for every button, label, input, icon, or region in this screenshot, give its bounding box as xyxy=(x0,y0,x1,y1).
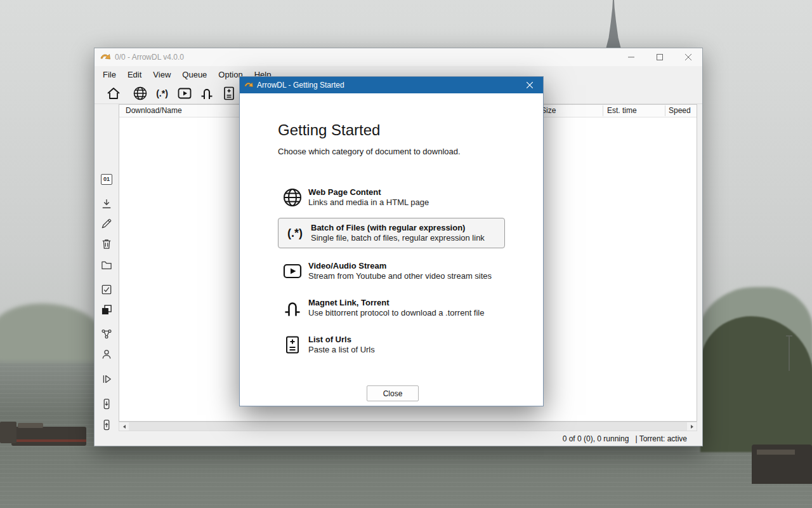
boat xyxy=(11,427,86,446)
dialog-title-bar: ArrowDL - Getting Started xyxy=(240,77,543,93)
remove-icon[interactable] xyxy=(98,236,115,252)
magnet-icon xyxy=(282,297,303,319)
dialog-title: ArrowDL - Getting Started xyxy=(257,81,344,90)
option-title: Web Page Content xyxy=(308,187,429,197)
app-icon xyxy=(244,81,253,90)
getting-started-dialog: ArrowDL - Getting Started Getting Starte… xyxy=(239,76,544,406)
import-file-icon[interactable] xyxy=(98,396,115,412)
add-url-list-icon[interactable] xyxy=(220,85,237,102)
column-separator[interactable] xyxy=(603,105,603,116)
edit-icon[interactable] xyxy=(98,215,115,232)
option-title: List of Urls xyxy=(308,335,375,345)
dialog-subtitle: Choose which category of document to dow… xyxy=(278,147,461,156)
scroll-right-arrow[interactable] xyxy=(687,422,697,431)
maximize-button[interactable] xyxy=(645,48,674,66)
boat xyxy=(752,444,812,484)
option-desc: Paste a list of Urls xyxy=(308,345,375,355)
minimize-button[interactable] xyxy=(617,48,645,66)
option-magnet-torrent[interactable]: Magnet Link, Torrent Use bittorrent prot… xyxy=(282,297,484,319)
url-list-icon xyxy=(282,334,303,356)
option-title: Magnet Link, Torrent xyxy=(308,298,484,308)
select-all-icon[interactable] xyxy=(98,281,115,298)
column-est-time[interactable]: Est. time xyxy=(607,106,637,115)
video-stream-icon[interactable] xyxy=(176,85,193,102)
option-desc: Stream from Youtube and other video stre… xyxy=(308,271,492,281)
option-list-of-urls[interactable]: List of Urls Paste a list of Urls xyxy=(282,333,375,356)
regex-batch-icon[interactable]: (.*) xyxy=(154,85,171,102)
column-separator[interactable] xyxy=(665,105,665,116)
queue-icon[interactable]: 01 xyxy=(98,171,115,187)
scrollbar-thumb[interactable] xyxy=(129,422,687,431)
window-title: 0/0 - ArrowDL v4.0.0 xyxy=(115,53,184,62)
option-title: Video/Audio Stream xyxy=(308,261,492,271)
option-title: Batch of Files (with regular expression) xyxy=(311,223,485,233)
menu-queue[interactable]: Queue xyxy=(176,67,213,82)
status-bar: 0 of 0 (0), 0 running | Torrent: active xyxy=(95,431,702,446)
close-button[interactable] xyxy=(674,48,702,66)
left-sidebar: 01 xyxy=(95,104,119,431)
regex-icon: (.*) xyxy=(284,222,306,244)
option-batch-of-files[interactable]: (.*) Batch of Files (with regular expres… xyxy=(278,218,505,248)
globe-icon xyxy=(282,187,303,208)
download-icon[interactable] xyxy=(98,196,115,212)
home-icon[interactable] xyxy=(105,85,122,102)
close-button[interactable]: Close xyxy=(367,385,419,401)
scroll-left-arrow[interactable] xyxy=(119,422,129,431)
app-icon xyxy=(100,52,110,62)
option-desc: Single file, batch of files, regular exp… xyxy=(311,233,485,243)
video-icon xyxy=(282,260,303,282)
dialog-heading: Getting Started xyxy=(278,121,380,139)
magnet-torrent-icon[interactable] xyxy=(198,85,215,102)
menu-file[interactable]: File xyxy=(97,67,122,82)
open-folder-icon[interactable] xyxy=(98,257,115,273)
horizontal-scrollbar xyxy=(119,422,697,431)
column-download-name[interactable]: Download/Name xyxy=(126,106,182,115)
network-nodes-icon[interactable] xyxy=(98,326,115,342)
window-controls xyxy=(617,48,702,66)
title-bar: 0/0 - ArrowDL v4.0.0 xyxy=(95,48,702,66)
status-summary: 0 of 0 (0), 0 running xyxy=(563,434,629,443)
option-video-audio-stream[interactable]: Video/Audio Stream Stream from Youtube a… xyxy=(282,260,492,283)
status-torrent: | Torrent: active xyxy=(635,434,687,443)
option-desc: Links and media in a HTML page xyxy=(308,197,429,208)
dialog-close-icon[interactable] xyxy=(516,77,543,93)
web-page-icon[interactable] xyxy=(131,85,148,102)
street-lamp xyxy=(789,335,790,371)
menu-edit[interactable]: Edit xyxy=(122,67,147,82)
menu-view[interactable]: View xyxy=(147,67,176,82)
overlay-layers-icon[interactable] xyxy=(98,302,115,318)
option-desc: Use bittorrent protocol to download a .t… xyxy=(308,308,484,318)
tree-line-right xyxy=(700,316,812,452)
option-web-page-content[interactable]: Web Page Content Links and media in a HT… xyxy=(282,186,429,209)
profile-icon[interactable] xyxy=(98,346,115,363)
boat xyxy=(0,422,16,443)
resume-icon[interactable] xyxy=(98,371,115,387)
column-speed[interactable]: Speed xyxy=(669,106,691,115)
